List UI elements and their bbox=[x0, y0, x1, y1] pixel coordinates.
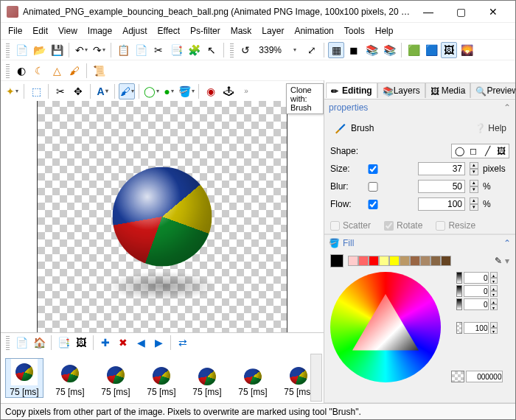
wand-tool[interactable]: ✦▾ bbox=[4, 83, 20, 99]
help-link[interactable]: ❔Help bbox=[475, 123, 506, 133]
levels-button[interactable]: △ bbox=[49, 63, 65, 79]
thumb4-button[interactable]: 🌄 bbox=[459, 42, 475, 58]
val-input[interactable] bbox=[464, 298, 489, 310]
save-button[interactable]: 💾 bbox=[49, 42, 65, 58]
resize-checkbox[interactable]: Resize bbox=[436, 220, 475, 231]
grip-icon[interactable] bbox=[6, 335, 10, 350]
swatch[interactable] bbox=[400, 256, 410, 266]
hue-gradient[interactable] bbox=[456, 272, 462, 284]
grip-icon[interactable] bbox=[6, 63, 10, 78]
sat-gradient[interactable] bbox=[456, 285, 462, 297]
size-checkbox[interactable] bbox=[367, 164, 379, 174]
swatch[interactable] bbox=[430, 256, 441, 266]
brush-tool[interactable]: 🖌▾ bbox=[119, 83, 135, 99]
tab-layers[interactable]: 📚Layers bbox=[377, 83, 425, 98]
swatch[interactable] bbox=[410, 256, 420, 266]
shape-tool[interactable]: ◯▾ bbox=[143, 83, 159, 99]
swatch[interactable] bbox=[358, 256, 369, 266]
menu-help[interactable]: Help bbox=[371, 24, 398, 38]
frame-left-button[interactable]: ◀ bbox=[133, 335, 149, 351]
color-wheel[interactable] bbox=[330, 272, 441, 382]
menu-psfilter[interactable]: Ps-filter bbox=[186, 24, 225, 38]
copy-button[interactable]: 📋 bbox=[115, 42, 131, 58]
zoom-fit-button[interactable]: ⤢ bbox=[304, 42, 320, 58]
shape-square-button[interactable]: ◻ bbox=[467, 145, 480, 157]
menu-file[interactable]: File bbox=[4, 24, 27, 38]
shape-slash-button[interactable]: ╱ bbox=[481, 145, 494, 157]
menu-edit[interactable]: Edit bbox=[28, 24, 52, 38]
frame-thumb[interactable]: 75 [ms] bbox=[5, 358, 43, 398]
paste-button[interactable]: 📄 bbox=[133, 42, 149, 58]
menu-tools[interactable]: Tools bbox=[340, 24, 369, 38]
frame-add-button[interactable]: ✚ bbox=[97, 335, 114, 351]
hue-input[interactable] bbox=[464, 272, 489, 284]
tab-preview[interactable]: 🔍Preview bbox=[470, 83, 515, 98]
swatch[interactable] bbox=[389, 256, 400, 266]
size-spinner[interactable]: ▴▾ bbox=[470, 162, 478, 175]
menu-image[interactable]: Image bbox=[83, 24, 116, 38]
shape-image-button[interactable]: 🖼 bbox=[495, 145, 508, 157]
eyedropper-icon[interactable]: ✎ bbox=[495, 256, 502, 266]
frames-strip[interactable]: 75 [ms] 75 [ms] 75 [ms] 75 [ms] 75 [ms] … bbox=[1, 352, 324, 403]
new-button[interactable]: 📄 bbox=[13, 42, 29, 58]
crop-tool[interactable]: ✂ bbox=[52, 83, 69, 99]
frame-del-button[interactable]: ✖ bbox=[115, 335, 131, 351]
grid-button[interactable]: ▦ bbox=[328, 42, 344, 58]
brush-adj-button[interactable]: 🖌 bbox=[66, 63, 83, 79]
swatch[interactable] bbox=[420, 256, 430, 266]
tab-media[interactable]: 🖼Media bbox=[425, 83, 471, 98]
layer-stack-button[interactable]: 📚 bbox=[363, 42, 380, 58]
redo-button[interactable]: ↷▾ bbox=[91, 42, 107, 58]
frame-swap-button[interactable]: ⇄ bbox=[175, 335, 191, 351]
rotate-ccw-button[interactable]: ↺ bbox=[237, 42, 254, 58]
spinner[interactable]: ▴▾ bbox=[490, 272, 498, 284]
spinner[interactable]: ▴▾ bbox=[490, 285, 498, 297]
blur-checkbox[interactable] bbox=[367, 182, 379, 192]
shape2-tool[interactable]: ●▾ bbox=[161, 83, 177, 99]
maximize-button[interactable]: ▢ bbox=[444, 1, 477, 22]
shape-circle-button[interactable]: ◯ bbox=[453, 145, 466, 157]
swatch[interactable] bbox=[379, 256, 389, 266]
scatter-checkbox[interactable]: Scatter bbox=[330, 220, 371, 231]
select-tool[interactable]: ⬚ bbox=[28, 83, 44, 99]
frame-right-button[interactable]: ▶ bbox=[150, 335, 167, 351]
menu-animation[interactable]: Animation bbox=[290, 24, 338, 38]
thumb2-button[interactable]: 🟦 bbox=[423, 42, 439, 58]
collapse-icon[interactable]: ⌃ bbox=[503, 238, 511, 248]
swatch-menu-button[interactable]: ▾ bbox=[505, 256, 509, 266]
cut-button[interactable]: ✂ bbox=[150, 42, 167, 58]
blur-spinner[interactable]: ▴▾ bbox=[470, 180, 478, 193]
rotate-checkbox[interactable]: Rotate bbox=[384, 220, 422, 231]
alpha-input[interactable] bbox=[464, 322, 489, 334]
scrollbar[interactable] bbox=[310, 354, 322, 402]
alpha-gradient[interactable] bbox=[456, 322, 462, 334]
swatch[interactable] bbox=[369, 256, 379, 266]
menu-adjust[interactable]: Adjust bbox=[118, 24, 151, 38]
fill-header[interactable]: 🪣 Fill ⌃ bbox=[324, 234, 515, 251]
menu-effect[interactable]: Effect bbox=[153, 24, 184, 38]
canvas-viewport[interactable] bbox=[37, 101, 287, 332]
picker-button[interactable]: ↖ bbox=[203, 42, 220, 58]
frame-thumb[interactable]: 75 [ms] bbox=[234, 359, 272, 397]
menu-mask[interactable]: Mask bbox=[226, 24, 257, 38]
swatch[interactable] bbox=[348, 256, 358, 266]
undo-button[interactable]: ↶▾ bbox=[73, 42, 89, 58]
size-input[interactable] bbox=[418, 162, 465, 175]
grip-icon[interactable] bbox=[6, 43, 10, 57]
curve-button[interactable]: ☾ bbox=[31, 63, 47, 79]
spinner[interactable]: ▴▾ bbox=[490, 322, 498, 334]
val-gradient[interactable] bbox=[456, 298, 462, 310]
text-tool[interactable]: A▾ bbox=[94, 83, 111, 99]
script-button[interactable]: 📜 bbox=[91, 63, 107, 79]
color-triangle[interactable] bbox=[352, 294, 419, 360]
thumb3-button[interactable]: 🖼 bbox=[441, 42, 457, 58]
joystick-tool[interactable]: 🕹 bbox=[220, 83, 237, 99]
frame-thumb[interactable]: 75 [ms] bbox=[188, 359, 226, 397]
properties-header[interactable]: properties ⌃ bbox=[324, 99, 515, 116]
hex-input[interactable] bbox=[466, 371, 503, 382]
overflow-button[interactable]: » bbox=[238, 83, 254, 99]
menu-view[interactable]: View bbox=[54, 24, 82, 38]
target-tool[interactable]: ◉ bbox=[203, 83, 219, 99]
zoom-dropdown-button[interactable]: ▾ bbox=[286, 42, 302, 58]
swatch[interactable] bbox=[330, 254, 344, 267]
